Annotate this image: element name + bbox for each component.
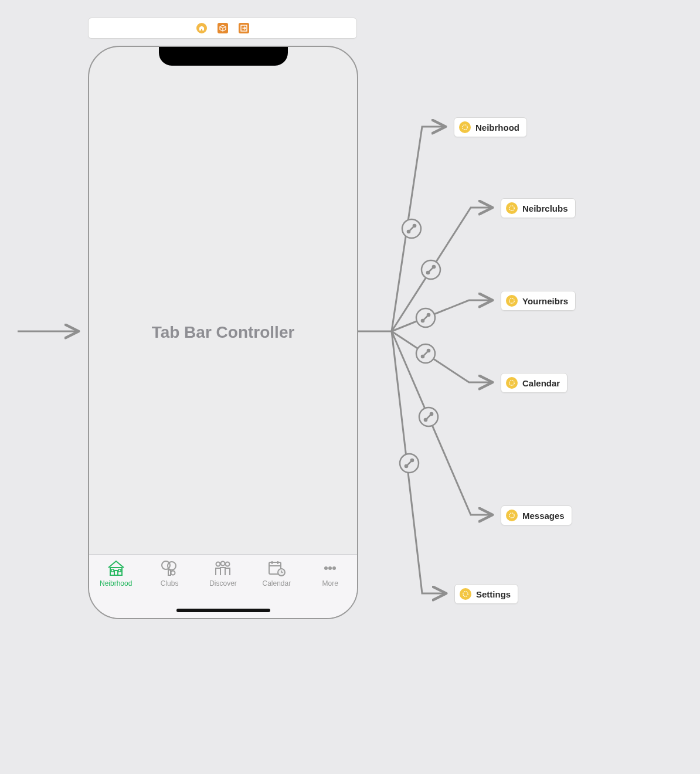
svg-point-21	[405, 464, 409, 469]
destination-label: Neibrclubs	[522, 203, 568, 213]
destination-label: Neibrhood	[475, 123, 519, 133]
tab-neibrhood[interactable]: Neibrhood	[91, 559, 141, 588]
svg-point-9	[421, 319, 425, 323]
svg-line-11	[423, 315, 429, 321]
svg-point-10	[427, 313, 431, 317]
tab-discover[interactable]: Discover	[198, 559, 248, 588]
svg-point-22	[410, 459, 414, 463]
svg-point-0	[402, 219, 421, 238]
svg-line-19	[426, 414, 431, 420]
svg-line-23	[406, 460, 412, 466]
segue-to-neibrclubs	[392, 208, 491, 331]
svg-point-33	[216, 562, 220, 566]
viewcontroller-icon	[460, 588, 471, 600]
svg-point-8	[416, 308, 435, 327]
svg-point-47	[509, 381, 514, 385]
segue-to-yourneibrs	[392, 300, 491, 331]
svg-rect-26	[114, 571, 118, 575]
svg-point-1	[407, 230, 411, 234]
group-tree-icon	[159, 559, 179, 577]
exit-icon[interactable]	[239, 23, 249, 33]
segue-to-neibrhood	[392, 127, 444, 331]
svg-point-17	[424, 418, 428, 422]
svg-point-20	[400, 454, 419, 473]
object-cube-icon[interactable]	[218, 23, 228, 33]
scene-toolbar[interactable]	[88, 18, 357, 39]
tab-label: Discover	[209, 579, 237, 588]
svg-point-43	[332, 566, 336, 570]
house-icon	[106, 559, 126, 577]
device-notch	[159, 46, 288, 66]
svg-point-4	[422, 260, 440, 279]
svg-point-34	[221, 562, 225, 566]
viewcontroller-icon	[506, 377, 518, 389]
svg-point-45	[509, 206, 514, 211]
svg-rect-31	[168, 570, 171, 575]
tab-label: More	[322, 579, 338, 588]
svg-point-48	[509, 513, 514, 518]
svg-point-2	[413, 224, 417, 228]
tab-clubs[interactable]: Clubs	[145, 559, 195, 588]
svg-point-5	[426, 271, 430, 275]
destination-yourneibrs[interactable]: Yourneibrs	[501, 291, 576, 311]
ellipsis-icon	[320, 559, 340, 577]
svg-point-18	[430, 412, 434, 416]
destination-label: Yourneibrs	[522, 296, 568, 306]
segue-to-messages	[392, 331, 491, 515]
calendar-icon	[267, 559, 287, 577]
svg-point-30	[168, 562, 176, 570]
svg-point-41	[324, 566, 328, 570]
viewcontroller-icon	[506, 510, 518, 521]
svg-point-35	[226, 562, 230, 566]
tab-more[interactable]: More	[305, 559, 355, 588]
viewcontroller-icon	[506, 202, 518, 214]
svg-point-13	[421, 355, 425, 359]
viewcontroller-icon	[459, 121, 471, 133]
svg-point-12	[416, 344, 435, 363]
people-icon	[212, 559, 233, 577]
svg-point-16	[419, 408, 438, 426]
tab-label: Neibrhood	[100, 579, 132, 588]
destination-neibrhood[interactable]: Neibrhood	[454, 117, 527, 137]
svg-line-3	[409, 226, 414, 232]
destination-messages[interactable]: Messages	[501, 505, 572, 525]
home-indicator	[176, 609, 270, 612]
svg-rect-28	[118, 569, 121, 572]
svg-line-15	[423, 351, 429, 357]
svg-point-49	[463, 592, 468, 596]
destination-label: Settings	[476, 589, 511, 599]
svg-line-7	[428, 267, 434, 273]
segue-to-calendar	[392, 331, 491, 382]
scene-title: Tab Bar Controller	[152, 323, 295, 342]
destination-neibrclubs[interactable]: Neibrclubs	[501, 198, 576, 218]
svg-point-44	[463, 125, 467, 130]
svg-point-32	[171, 571, 175, 575]
svg-point-42	[328, 566, 332, 570]
phone-frame[interactable]: Tab Bar Controller Neibrhood	[88, 46, 358, 619]
svg-point-46	[509, 298, 514, 303]
tab-label: Calendar	[263, 579, 291, 588]
svg-rect-27	[111, 569, 114, 572]
destination-label: Calendar	[522, 378, 560, 388]
segue-to-settings	[392, 331, 445, 593]
destination-settings[interactable]: Settings	[454, 584, 518, 604]
destination-label: Messages	[522, 511, 565, 521]
tab-calendar[interactable]: Calendar	[252, 559, 301, 588]
viewcontroller-icon	[506, 295, 518, 307]
svg-point-14	[427, 349, 431, 353]
svg-point-6	[432, 265, 436, 269]
tab-label: Clubs	[161, 579, 179, 588]
destination-calendar[interactable]: Calendar	[501, 373, 568, 393]
storyboard-circle-icon[interactable]	[196, 23, 207, 33]
